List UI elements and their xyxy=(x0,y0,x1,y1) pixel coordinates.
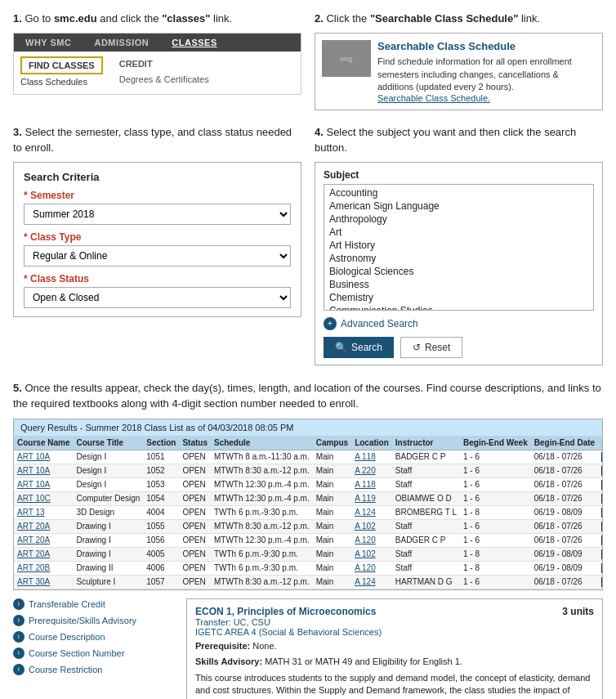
nav-item-admission[interactable]: ADMISSION xyxy=(83,34,160,52)
books-cell[interactable]: Books xyxy=(598,491,603,505)
course-link[interactable]: ART 13 xyxy=(17,508,45,517)
results-col-header: Course Title xyxy=(73,436,143,450)
subject-item[interactable]: Accounting xyxy=(328,186,590,199)
location-cell[interactable]: A 124 xyxy=(351,505,392,519)
books-cell[interactable]: Books xyxy=(598,561,603,575)
course-name-cell[interactable]: ART 10A xyxy=(14,450,73,464)
searchable-title: Searchable Class Schedule xyxy=(377,40,596,52)
books-button[interactable]: Books xyxy=(601,549,603,559)
course-name-cell[interactable]: ART 10C xyxy=(14,491,73,505)
books-cell[interactable]: Books xyxy=(598,547,603,561)
books-cell[interactable]: Books xyxy=(598,505,603,519)
table-cell: OPEN xyxy=(179,477,211,491)
left-link-item[interactable]: iCourse Restriction xyxy=(13,664,176,675)
course-name-cell[interactable]: ART 20A xyxy=(14,547,73,561)
books-cell[interactable]: Books xyxy=(598,477,603,491)
location-cell[interactable]: A 124 xyxy=(351,575,392,589)
location-link[interactable]: A 118 xyxy=(355,480,376,489)
books-button[interactable]: Books xyxy=(601,535,603,545)
location-link[interactable]: A 124 xyxy=(355,577,376,586)
class-status-select[interactable]: Open & Closed xyxy=(24,287,291,308)
books-cell[interactable]: Books xyxy=(598,533,603,547)
location-cell[interactable]: A 118 xyxy=(351,477,392,491)
location-link[interactable]: A 120 xyxy=(355,563,376,572)
results-col-header: Location xyxy=(351,436,392,450)
nav-class-schedules[interactable]: Class Schedules xyxy=(20,74,103,89)
course-name-cell[interactable]: ART 10A xyxy=(14,464,73,477)
semester-select[interactable]: Summer 2018 xyxy=(24,204,291,225)
nav-item-whysmc[interactable]: WHY SMC xyxy=(14,34,83,52)
subject-item[interactable]: Astronomy xyxy=(328,252,590,265)
location-link[interactable]: A 124 xyxy=(355,508,376,517)
books-cell[interactable]: Books xyxy=(598,519,603,533)
subject-item[interactable]: Communication Studies xyxy=(328,304,590,311)
subject-item[interactable]: Biological Sciences xyxy=(328,265,590,278)
location-link[interactable]: A 102 xyxy=(355,522,376,531)
left-link-item[interactable]: iPrerequisite/Skills Advisory xyxy=(13,615,176,626)
course-name-cell[interactable]: ART 10A xyxy=(14,477,73,491)
books-button[interactable]: Books xyxy=(601,466,603,476)
table-cell: 06/18 - 07/26 xyxy=(531,491,598,505)
course-name-cell[interactable]: ART 20A xyxy=(14,519,73,533)
left-link-item[interactable]: iCourse Description xyxy=(13,631,176,643)
nav-find-classes[interactable]: FIND CLASSES xyxy=(20,56,103,74)
step1-col: 1. Go to smc.edu and click the "classes"… xyxy=(13,11,301,110)
subject-item[interactable]: Business xyxy=(328,278,590,291)
books-cell[interactable]: Books xyxy=(598,450,603,464)
results-col-header: Books xyxy=(598,436,603,450)
location-link[interactable]: A 220 xyxy=(355,466,376,475)
course-link[interactable]: ART 10A xyxy=(17,480,50,489)
location-link[interactable]: A 120 xyxy=(355,535,376,544)
nav-degrees[interactable]: Degrees & Certificates xyxy=(119,74,209,84)
course-link[interactable]: ART 10A xyxy=(17,466,50,475)
books-cell[interactable]: Books xyxy=(598,575,603,589)
course-name-cell[interactable]: ART 13 xyxy=(14,505,73,519)
course-link[interactable]: ART 10A xyxy=(17,452,50,461)
left-link-item[interactable]: iCourse Section Number xyxy=(13,647,176,659)
location-link[interactable]: A 102 xyxy=(355,549,376,558)
searchable-link[interactable]: Searchable Class Schedule. xyxy=(377,93,596,103)
location-cell[interactable]: A 102 xyxy=(351,519,392,533)
subject-list[interactable]: AccountingAmerican Sign LanguageAnthropo… xyxy=(324,184,594,311)
course-link[interactable]: ART 20B xyxy=(17,563,50,572)
search-button[interactable]: 🔍 Search xyxy=(324,337,394,358)
course-link[interactable]: ART 20A xyxy=(17,535,50,544)
subject-item[interactable]: American Sign Language xyxy=(328,199,590,213)
books-button[interactable]: Books xyxy=(601,508,603,518)
class-type-select[interactable]: Regular & Online xyxy=(24,245,291,267)
books-button[interactable]: Books xyxy=(601,452,603,462)
table-row: ART 30ASculpture I1057OPENMTWTh 8:30 a.m… xyxy=(14,575,603,589)
course-link[interactable]: ART 20A xyxy=(17,549,50,558)
course-name-cell[interactable]: ART 20A xyxy=(14,533,73,547)
searchable-box: img Searchable Class Schedule Find sched… xyxy=(315,33,603,110)
course-name-cell[interactable]: ART 20B xyxy=(14,561,73,575)
nav-credit[interactable]: CREDIT xyxy=(119,56,209,71)
left-link-item[interactable]: iTransferable Credit xyxy=(13,598,176,610)
books-button[interactable]: Books xyxy=(601,522,603,531)
location-link[interactable]: A 119 xyxy=(355,494,376,503)
books-button[interactable]: Books xyxy=(601,563,603,573)
books-cell[interactable]: Books xyxy=(598,464,603,477)
location-cell[interactable]: A 120 xyxy=(351,561,392,575)
reset-button[interactable]: ↺ Reset xyxy=(400,337,462,358)
subject-item[interactable]: Chemistry xyxy=(328,291,590,304)
subject-item[interactable]: Anthropology xyxy=(328,213,590,226)
location-cell[interactable]: A 120 xyxy=(351,533,392,547)
course-link[interactable]: ART 20A xyxy=(17,522,50,531)
location-link[interactable]: A 118 xyxy=(355,452,376,461)
location-cell[interactable]: A 220 xyxy=(351,464,392,477)
subject-item[interactable]: Art xyxy=(328,226,590,239)
books-button[interactable]: Books xyxy=(601,480,603,490)
books-button[interactable]: Books xyxy=(601,577,603,587)
course-link[interactable]: ART 30A xyxy=(17,577,50,586)
course-name-cell[interactable]: ART 30A xyxy=(14,575,73,589)
location-cell[interactable]: A 118 xyxy=(351,450,392,464)
location-cell[interactable]: A 119 xyxy=(351,491,392,505)
nav-item-classes[interactable]: CLASSES xyxy=(160,34,228,52)
table-cell: 3D Design xyxy=(73,505,143,519)
advanced-search-toggle[interactable]: + Advanced Search xyxy=(324,317,594,330)
subject-item[interactable]: Art History xyxy=(328,239,590,252)
location-cell[interactable]: A 102 xyxy=(351,547,392,561)
books-button[interactable]: Books xyxy=(601,494,603,504)
course-link[interactable]: ART 10C xyxy=(17,494,51,503)
